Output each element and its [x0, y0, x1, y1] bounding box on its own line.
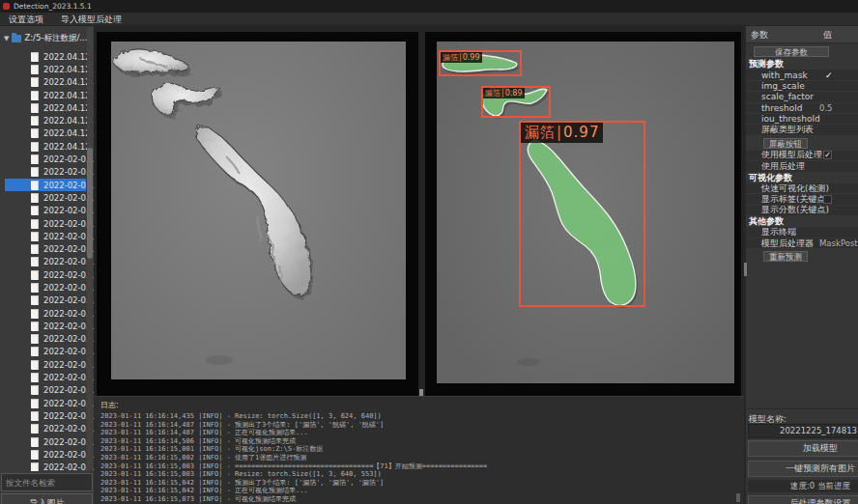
log-line: 2023-01-11 16:16:15,001 |INFO| - 可视化json… — [100, 445, 744, 454]
tree-item[interactable]: 2022-02-0... — [5, 256, 86, 268]
log-console[interactable]: 日志: 2023-01-11 16:16:14,435 |INFO| - Res… — [94, 396, 744, 504]
tree-item[interactable]: 2022-02-0... — [5, 333, 86, 346]
param-row[interactable]: threshold 0.5 — [746, 103, 858, 114]
param-row[interactable]: 重新预测 — [746, 249, 858, 264]
tree-item[interactable]: 2022-02-0... — [5, 205, 86, 217]
param-table: 保存参数 预测参数 with_mask ✓ — [746, 44, 858, 264]
file-icon — [31, 270, 39, 280]
log-line: 2023-01-11 16:16:15,042 |INFO| - 正在可视化预测… — [100, 487, 744, 495]
tree-item[interactable]: 2022.04.12... — [5, 114, 86, 126]
prediction-image[interactable]: 漏箔|0.99 漏箔|0.89 漏箔|0.97 — [437, 42, 734, 383]
detection-class: 漏箔 — [485, 89, 500, 98]
param-row[interactable]: img_scale — [746, 81, 858, 92]
param-row[interactable]: 模型后处理器 MaskPostPro — [746, 238, 858, 249]
divider — [746, 408, 858, 409]
tree-item[interactable]: 2022-02-0... — [5, 307, 86, 320]
panel-splitter-handle[interactable] — [744, 263, 747, 276]
tree-item[interactable]: 2022.04.12... — [5, 140, 86, 153]
tree-item[interactable]: 2022-02-0... — [5, 294, 86, 307]
tree-item[interactable]: 2022-02-0... — [5, 346, 86, 358]
tree-item[interactable]: 2022.04.12... — [5, 89, 86, 101]
tree-item[interactable]: 2022.04.12... — [5, 63, 86, 75]
file-icon — [31, 295, 39, 305]
param-row[interactable]: with_mask ✓ — [746, 70, 858, 80]
viewer-original[interactable] — [97, 32, 418, 396]
log-line: 2023-01-11 16:16:15,002 |INFO| - 使用了1张图片… — [100, 454, 744, 462]
tree-item[interactable]: 2022-02-0... — [5, 242, 86, 255]
tree-scrollbar-thumb[interactable] — [87, 148, 93, 259]
log-scrollbar-thumb[interactable] — [736, 493, 740, 502]
predict-all-button[interactable]: 一键预测所有图片 — [748, 461, 858, 477]
tree-item[interactable]: 2022.04.12... — [5, 101, 86, 114]
viewer-prediction[interactable]: 漏箔|0.99 漏箔|0.89 漏箔|0.97 — [425, 32, 741, 396]
file-icon — [31, 193, 39, 203]
tree-scrollbar[interactable] — [87, 27, 93, 470]
file-icon — [31, 244, 39, 254]
param-checkbox[interactable] — [823, 151, 832, 159]
tree-item[interactable]: 2022.04.12... — [5, 127, 86, 140]
tree-item[interactable]: 2022-02-0... — [5, 166, 86, 179]
tree-item[interactable]: 2022-02-0... — [5, 358, 86, 371]
file-icon — [31, 437, 39, 447]
tree-item[interactable]: 2022-02-0... — [5, 384, 86, 397]
file-icon — [31, 373, 39, 382]
tree-item[interactable]: 2022-02-0... — [5, 462, 86, 472]
menu-item[interactable]: 导入模型后处理 — [52, 13, 130, 26]
param-label: 保存参数 — [754, 46, 829, 57]
tree-item[interactable]: 2022-02-0... — [5, 217, 86, 230]
log-title: 日志: — [100, 400, 744, 410]
check-mark-icon: ✓ — [825, 70, 833, 80]
tree-item[interactable]: 2022-02-0... — [5, 409, 86, 422]
param-row[interactable]: 预测参数 — [746, 59, 858, 70]
tree-item[interactable]: 2022-02-0... — [5, 191, 86, 204]
log-line: 2023-01-11 16:16:15,073 |INFO| - 可视化预测结果… — [100, 495, 744, 504]
import-images-button[interactable]: 导入图片 — [1, 493, 93, 504]
search-input[interactable] — [1, 473, 93, 491]
tree-item[interactable]: 2022-02-0... — [5, 153, 86, 165]
tree-item[interactable]: 2022-02-0... — [5, 230, 86, 242]
tree-item[interactable]: 2022.04.12... — [5, 76, 86, 89]
param-row[interactable]: 屏蔽类型列表 — [746, 125, 858, 135]
detection-label-chip: 漏箔|0.99 — [441, 52, 482, 63]
tree-item[interactable]: 2022-02-0... — [5, 423, 86, 435]
tree-item[interactable]: 2022-02-0... — [5, 435, 86, 448]
detection-class: 漏箔 — [525, 124, 556, 141]
detection-box[interactable]: 漏箔|0.99 — [439, 50, 522, 76]
value-column-header: 值 — [823, 29, 832, 42]
tree-item[interactable]: 2022-02-0... — [5, 397, 86, 409]
progress-status: 速度:0 当前进度 — [748, 480, 858, 492]
expand-arrow-icon[interactable]: ▼ — [4, 35, 9, 42]
label-score-divider: | — [556, 124, 563, 141]
file-icon — [31, 52, 39, 62]
param-label: 屏蔽按钮 — [763, 138, 808, 149]
tree-item[interactable]: 2022-02-0... — [5, 320, 86, 332]
log-line: 2023-01-11 16:16:14,487 |INFO| - 预测出了3个结… — [100, 421, 744, 430]
tree-item[interactable]: 2022-02-0... — [5, 281, 86, 294]
file-icon — [31, 103, 39, 113]
postprocess-settings-button[interactable]: 后处理参数设置 — [748, 495, 858, 504]
param-label: iou_threshold — [761, 114, 820, 124]
detection-box[interactable]: 漏箔|0.89 — [481, 86, 551, 118]
param-row[interactable]: scale_factor — [746, 92, 858, 102]
tree-item[interactable]: 2022-02-0... — [5, 448, 86, 461]
menu-bar: 设置选项 导入模型后处理 — [0, 13, 858, 26]
detection-box[interactable]: 漏箔|0.97 — [519, 121, 645, 307]
file-icon — [31, 154, 39, 164]
tree-item[interactable]: 2022-02-0... — [5, 268, 86, 281]
original-image[interactable] — [111, 42, 406, 379]
param-checkbox[interactable] — [823, 195, 832, 204]
detection-label-chip: 漏箔|0.97 — [521, 123, 603, 143]
menu-item[interactable]: 设置选项 — [0, 13, 52, 26]
tree-root-folder[interactable]: ▼ Z:/5-标注数据/... — [0, 32, 94, 45]
file-icon — [31, 424, 39, 434]
tree-item[interactable]: 2022-02-0... — [5, 371, 86, 383]
load-model-button[interactable]: 加载模型 — [748, 440, 858, 457]
param-row[interactable]: 保存参数 — [746, 44, 858, 59]
file-tree: ▼ Z:/5-标注数据/... 2022.04.12... 2022.04.12… — [0, 26, 94, 471]
file-icon — [31, 206, 39, 215]
tree-item[interactable]: 2022.04.12... — [5, 50, 86, 63]
tree-item[interactable]: 2022-02-0... — [5, 179, 86, 191]
file-icon — [31, 142, 39, 152]
detection-score: 0.89 — [505, 89, 523, 98]
model-name-field[interactable]: 20221225_174813 — [748, 424, 858, 438]
